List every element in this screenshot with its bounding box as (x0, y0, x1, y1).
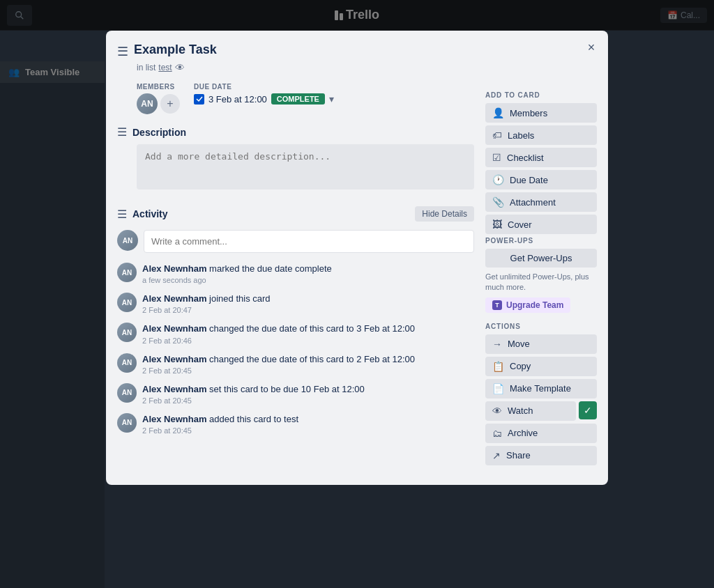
activity-time-5: 2 Feb at 20:45 (142, 396, 365, 405)
due-date-section: DUE DATE 3 Feb at 12:00 COMPLETE ▾ (194, 83, 334, 114)
activity-item: AN Alex Newnham added this card to test … (117, 413, 474, 435)
in-list-prefix: in list (137, 63, 155, 72)
add-member-button[interactable]: + (160, 94, 180, 114)
archive-button[interactable]: 🗂 Archive (485, 424, 597, 443)
due-date-icon: 🕐 (492, 174, 504, 185)
activity-user-1: Alex Newnham (142, 263, 206, 274)
activity-header: ☰ Activity Hide Details (117, 206, 474, 222)
activity-action-1: marked the due date complete (209, 263, 332, 274)
attachment-button[interactable]: 📎 Attachment (485, 192, 597, 212)
activity-item: AN Alex Newnham changed the due date of … (117, 353, 474, 375)
activity-user-6: Alex Newnham (142, 414, 206, 424)
watch-icon: 👁 (492, 405, 502, 417)
activity-text-2: Alex Newnham joined this card (142, 293, 271, 305)
card-subtitle: in list test 👁 (137, 62, 597, 73)
copy-button[interactable]: 📋 Copy (485, 357, 597, 376)
list-link[interactable]: test (158, 63, 172, 72)
due-date-button[interactable]: 🕐 Due Date (485, 170, 597, 189)
attachment-icon: 📎 (492, 196, 504, 208)
activity-user-avatar-6: AN (117, 413, 137, 433)
modal-sidebar: ADD TO CARD 👤 Members 🏷 Labels ☑ Checkli… (485, 83, 597, 468)
add-to-card-title: ADD TO CARD (485, 91, 597, 99)
upgrade-team-button[interactable]: T Upgrade Team (485, 297, 570, 313)
checkmark-icon (196, 95, 203, 102)
activity-user-avatar-1: AN (117, 263, 137, 282)
member-avatar[interactable]: AN (137, 93, 158, 114)
copy-icon: 📋 (492, 361, 504, 372)
activity-header-left: ☰ Activity (117, 208, 168, 221)
activity-time-2: 2 Feb at 20:47 (142, 306, 271, 314)
hide-details-button[interactable]: Hide Details (415, 206, 474, 222)
share-button[interactable]: ↗ Share (485, 446, 597, 465)
labels-icon: 🏷 (492, 130, 502, 141)
members-section: MEMBERS AN + (137, 83, 180, 114)
due-date-row: 3 Feb at 12:00 COMPLETE ▾ (194, 93, 334, 105)
activity-text-1: Alex Newnham marked the due date complet… (142, 263, 332, 275)
activity-time-4: 2 Feb at 20:45 (142, 366, 415, 375)
get-powerups-button[interactable]: Get Power-Ups (485, 249, 597, 268)
avatar-img-5: AN (117, 383, 137, 403)
powerups-description: Get unlimited Power-Ups, plus much more. (485, 272, 597, 293)
close-button[interactable]: × (582, 38, 601, 57)
activity-content-1: Alex Newnham marked the due date complet… (142, 263, 332, 284)
modal-layout: MEMBERS AN + DUE DATE (117, 83, 597, 468)
labels-btn-label: Labels (508, 130, 534, 141)
card-header-icon: ☰ (117, 44, 128, 59)
activity-user-3: Alex Newnham (142, 323, 206, 334)
due-date-chevron-icon[interactable]: ▾ (329, 93, 334, 105)
comment-input[interactable] (144, 230, 474, 253)
upgrade-label: Upgrade Team (506, 300, 563, 310)
checklist-icon: ☑ (492, 152, 501, 163)
meta-row: MEMBERS AN + DUE DATE (137, 83, 474, 114)
activity-section: ☰ Activity Hide Details AN (117, 206, 474, 435)
activity-text-5: Alex Newnham set this card to be due 10 … (142, 383, 365, 396)
share-btn-label: Share (506, 450, 531, 461)
avatar-img-3: AN (117, 323, 137, 342)
upgrade-icon: T (492, 300, 502, 310)
watch-button[interactable]: 👁 Watch (485, 401, 576, 421)
template-icon: 📄 (492, 383, 504, 394)
description-header: ☰ Description (117, 125, 474, 139)
activity-user-5: Alex Newnham (142, 384, 206, 394)
watch-btn-label: Watch (508, 405, 533, 416)
comment-row: AN (117, 230, 474, 253)
comment-avatar: AN (117, 230, 138, 251)
activity-user-avatar-4: AN (117, 353, 137, 373)
due-date-btn-label: Due Date (510, 175, 548, 185)
activity-item: AN Alex Newnham joined this card 2 Feb a… (117, 293, 474, 314)
watch-check-button[interactable]: ✓ (579, 401, 597, 419)
activity-text-3: Alex Newnham changed the due date of thi… (142, 323, 415, 335)
make-template-button[interactable]: 📄 Make Template (485, 379, 597, 399)
due-date-label: DUE DATE (194, 83, 334, 91)
due-date-checkbox[interactable] (194, 94, 204, 105)
members-label: MEMBERS (137, 83, 180, 91)
members-button[interactable]: 👤 Members (485, 103, 597, 123)
watch-eye-icon: 👁 (175, 62, 185, 73)
description-box (137, 144, 474, 192)
cover-button[interactable]: 🖼 Cover (485, 215, 597, 234)
activity-text-6: Alex Newnham added this card to test (142, 413, 298, 426)
activity-action-4: changed the due date of this card to 2 F… (209, 354, 415, 364)
activity-title: Activity (132, 208, 168, 219)
activity-time-3: 2 Feb at 20:46 (142, 336, 415, 345)
avatar-image: AN (137, 93, 158, 114)
avatar-img-2: AN (117, 293, 137, 312)
description-input[interactable] (137, 144, 474, 189)
attachment-btn-label: Attachment (510, 197, 556, 208)
activity-content-4: Alex Newnham changed the due date of thi… (142, 353, 415, 375)
labels-button[interactable]: 🏷 Labels (485, 125, 597, 145)
share-icon: ↗ (492, 450, 501, 461)
description-icon: ☰ (117, 125, 127, 139)
complete-badge: COMPLETE (271, 93, 325, 105)
actions-title: ACTIONS (485, 323, 597, 330)
activity-content-2: Alex Newnham joined this card 2 Feb at 2… (142, 293, 271, 314)
description-section: ☰ Description (117, 125, 474, 192)
modal-overlay: × ☰ Example Task in list test 👁 MEMBERS … (0, 0, 714, 588)
checklist-button[interactable]: ☑ Checklist (485, 148, 597, 167)
modal-main: MEMBERS AN + DUE DATE (117, 83, 474, 468)
avatar-img-1: AN (117, 263, 137, 282)
move-button[interactable]: → Move (485, 334, 597, 354)
description-title: Description (132, 127, 186, 138)
activity-action-3: changed the due date of this card to 3 F… (209, 323, 415, 334)
activity-item: AN Alex Newnham set this card to be due … (117, 383, 474, 405)
